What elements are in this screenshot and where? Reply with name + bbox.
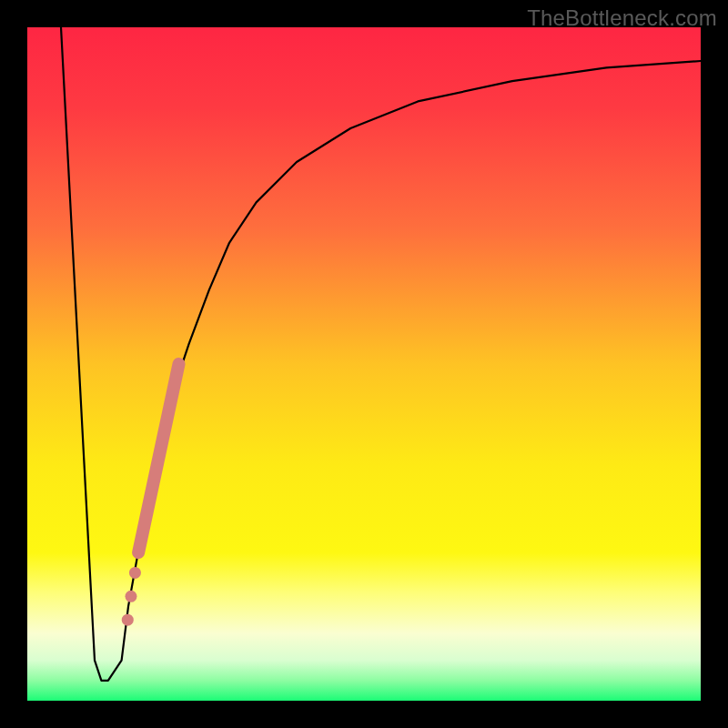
highlight-dot <box>129 567 141 579</box>
highlight-dots <box>122 567 141 626</box>
chart-frame: TheBottleneck.com <box>0 0 728 728</box>
chart-svg <box>27 27 701 701</box>
watermark-text: TheBottleneck.com <box>527 5 717 31</box>
bottleneck-curve <box>61 27 701 681</box>
highlight-segment <box>138 364 178 552</box>
highlight-dot <box>125 591 136 602</box>
highlight-dot <box>122 614 134 626</box>
plot-area <box>27 27 701 701</box>
